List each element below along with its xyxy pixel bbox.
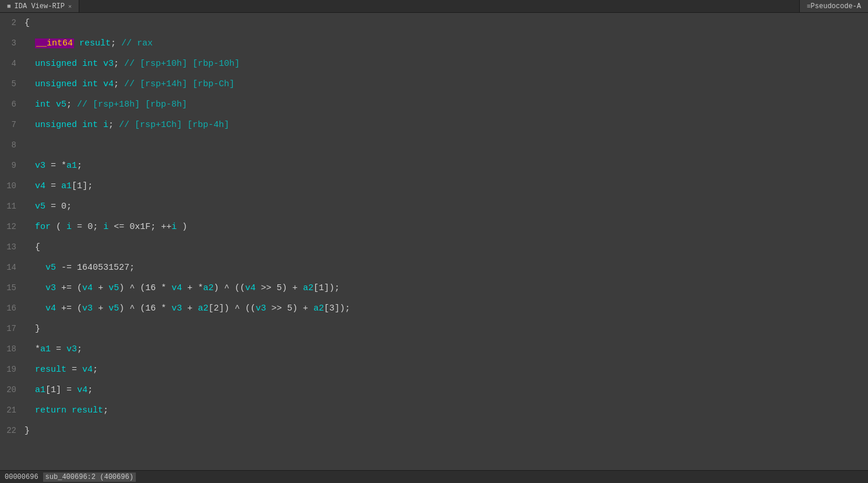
line-num-14: 14 (0, 258, 21, 278)
line-num-13: 13 (0, 237, 21, 258)
code-line-16: v4 += (v3 + v5) ^ (16 * v3 + a2[2]) ^ ((… (24, 298, 868, 319)
editor-area: 2 3 4 5 6 7 8 9 10 11 12 13 14 15 16 17 … (0, 13, 868, 470)
code-area[interactable]: { __int64 result; // rax unsigned int v3… (21, 13, 868, 470)
pseudocode-icon: ≡ (807, 3, 811, 10)
code-line-2: { (24, 13, 868, 33)
code-line-20: a1[1] = v4; (24, 380, 868, 400)
code-line-8 (24, 135, 868, 156)
code-line-14: v5 -= 1640531527; (24, 258, 868, 278)
code-line-6: int v5; // [rsp+18h] [rbp-8h] (24, 94, 868, 115)
line-num-11: 11 (0, 196, 21, 217)
line-num-3: 3 (0, 33, 21, 54)
code-line-9: v3 = *a1; (24, 156, 868, 176)
tab-close-icon[interactable]: ✕ (68, 3, 72, 10)
code-line-4: unsigned int v3; // [rsp+10h] [rbp-10h] (24, 54, 868, 74)
line-num-7: 7 (0, 115, 21, 135)
keyword-int64: __int64 (35, 38, 74, 48)
code-line-7: unsigned int i; // [rsp+1Ch] [rbp-4h] (24, 115, 868, 135)
line-num-9: 9 (0, 156, 21, 176)
ida-view-icon: ■ (7, 3, 11, 10)
line-num-16: 16 (0, 298, 21, 319)
line-num-21: 21 (0, 400, 21, 421)
line-num-22: 22 (0, 421, 21, 441)
line-num-8: 8 (0, 135, 21, 156)
line-num-15: 15 (0, 278, 21, 298)
code-line-13: { (24, 237, 868, 258)
line-num-5: 5 (0, 74, 21, 94)
tab-pseudocode[interactable]: ≡ Pseudocode-A (799, 0, 868, 12)
code-line-5: unsigned int v4; // [rsp+14h] [rbp-Ch] (24, 74, 868, 94)
line-num-17: 17 (0, 319, 21, 339)
code-line-3: __int64 result; // rax (24, 33, 868, 54)
tab-pseudocode-label: Pseudocode-A (811, 2, 861, 10)
code-line-21: return result; (24, 400, 868, 421)
line-num-20: 20 (0, 380, 21, 400)
tab-bar: ■ IDA View-RIP ✕ ≡ Pseudocode-A (0, 0, 868, 13)
code-line-12: for ( i = 0; i <= 0x1F; ++i ) (24, 217, 868, 237)
code-line-19: result = v4; (24, 359, 868, 380)
line-num-12: 12 (0, 217, 21, 237)
status-address: 00000696 (5, 473, 38, 481)
line-num-2: 2 (0, 13, 21, 33)
line-num-10: 10 (0, 176, 21, 196)
code-line-17: } (24, 319, 868, 339)
brace-open: { (24, 16, 30, 30)
line-num-19: 19 (0, 359, 21, 380)
line-num-4: 4 (0, 54, 21, 74)
code-line-15: v3 += (v4 + v5) ^ (16 * v4 + *a2) ^ ((v4… (24, 278, 868, 298)
line-num-18: 18 (0, 339, 21, 359)
code-line-11: v5 = 0; (24, 196, 868, 217)
code-line-22: } (24, 421, 868, 441)
line-num-6: 6 (0, 94, 21, 115)
tab-ida-view-label: IDA View-RIP (15, 2, 65, 10)
tab-ida-view[interactable]: ■ IDA View-RIP ✕ (0, 0, 79, 12)
status-sub-label: sub_400696:2 (400696) (43, 473, 136, 482)
code-line-10: v4 = a1[1]; (24, 176, 868, 196)
line-numbers: 2 3 4 5 6 7 8 9 10 11 12 13 14 15 16 17 … (0, 13, 21, 470)
code-line-18: *a1 = v3; (24, 339, 868, 359)
status-bar: 00000696 sub_400696:2 (400696) (0, 470, 868, 483)
